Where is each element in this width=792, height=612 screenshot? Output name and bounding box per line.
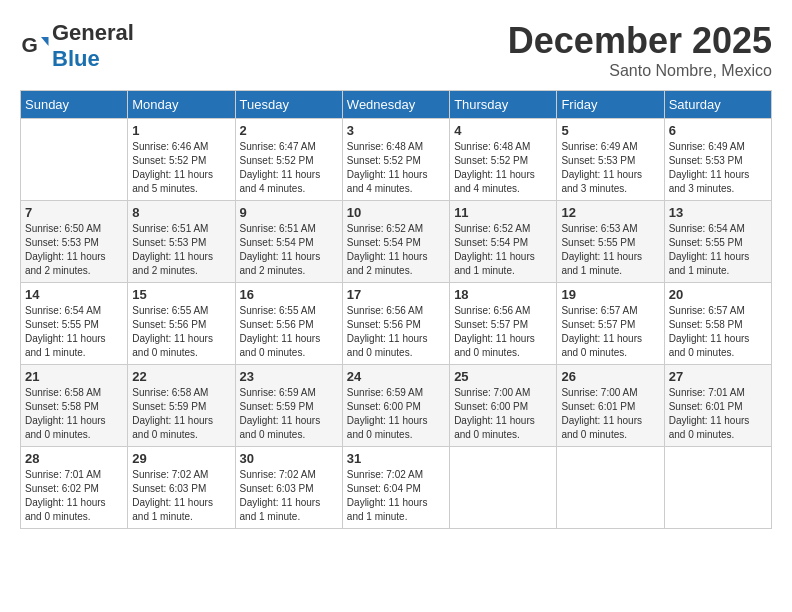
day-number: 15 — [132, 287, 230, 302]
calendar-cell — [450, 447, 557, 529]
weekday-header: Friday — [557, 91, 664, 119]
day-info: Sunrise: 7:00 AM Sunset: 6:01 PM Dayligh… — [561, 386, 659, 442]
calendar-week-row: 21Sunrise: 6:58 AM Sunset: 5:58 PM Dayli… — [21, 365, 772, 447]
calendar-cell — [664, 447, 771, 529]
calendar-week-row: 1Sunrise: 6:46 AM Sunset: 5:52 PM Daylig… — [21, 119, 772, 201]
day-number: 30 — [240, 451, 338, 466]
day-info: Sunrise: 6:52 AM Sunset: 5:54 PM Dayligh… — [347, 222, 445, 278]
day-info: Sunrise: 6:59 AM Sunset: 6:00 PM Dayligh… — [347, 386, 445, 442]
day-number: 25 — [454, 369, 552, 384]
day-info: Sunrise: 6:53 AM Sunset: 5:55 PM Dayligh… — [561, 222, 659, 278]
weekday-header: Thursday — [450, 91, 557, 119]
calendar-cell: 22Sunrise: 6:58 AM Sunset: 5:59 PM Dayli… — [128, 365, 235, 447]
calendar-cell — [557, 447, 664, 529]
day-info: Sunrise: 6:55 AM Sunset: 5:56 PM Dayligh… — [132, 304, 230, 360]
calendar-cell: 6Sunrise: 6:49 AM Sunset: 5:53 PM Daylig… — [664, 119, 771, 201]
calendar-cell: 19Sunrise: 6:57 AM Sunset: 5:57 PM Dayli… — [557, 283, 664, 365]
location: Santo Nombre, Mexico — [508, 62, 772, 80]
calendar-cell: 14Sunrise: 6:54 AM Sunset: 5:55 PM Dayli… — [21, 283, 128, 365]
day-number: 8 — [132, 205, 230, 220]
day-info: Sunrise: 6:59 AM Sunset: 5:59 PM Dayligh… — [240, 386, 338, 442]
weekday-header-row: SundayMondayTuesdayWednesdayThursdayFrid… — [21, 91, 772, 119]
day-info: Sunrise: 7:02 AM Sunset: 6:03 PM Dayligh… — [240, 468, 338, 524]
calendar-cell: 5Sunrise: 6:49 AM Sunset: 5:53 PM Daylig… — [557, 119, 664, 201]
day-number: 31 — [347, 451, 445, 466]
calendar-cell: 12Sunrise: 6:53 AM Sunset: 5:55 PM Dayli… — [557, 201, 664, 283]
calendar-week-row: 7Sunrise: 6:50 AM Sunset: 5:53 PM Daylig… — [21, 201, 772, 283]
weekday-header: Saturday — [664, 91, 771, 119]
calendar-week-row: 28Sunrise: 7:01 AM Sunset: 6:02 PM Dayli… — [21, 447, 772, 529]
logo-general-text: General — [52, 20, 134, 45]
weekday-header: Monday — [128, 91, 235, 119]
day-number: 7 — [25, 205, 123, 220]
day-number: 1 — [132, 123, 230, 138]
weekday-header: Wednesday — [342, 91, 449, 119]
day-info: Sunrise: 6:54 AM Sunset: 5:55 PM Dayligh… — [669, 222, 767, 278]
page-header: G General Blue December 2025 Santo Nombr… — [20, 20, 772, 80]
day-info: Sunrise: 6:49 AM Sunset: 5:53 PM Dayligh… — [561, 140, 659, 196]
calendar-cell: 4Sunrise: 6:48 AM Sunset: 5:52 PM Daylig… — [450, 119, 557, 201]
day-number: 11 — [454, 205, 552, 220]
calendar-cell: 31Sunrise: 7:02 AM Sunset: 6:04 PM Dayli… — [342, 447, 449, 529]
calendar-cell: 27Sunrise: 7:01 AM Sunset: 6:01 PM Dayli… — [664, 365, 771, 447]
weekday-header: Sunday — [21, 91, 128, 119]
day-number: 4 — [454, 123, 552, 138]
svg-marker-1 — [41, 37, 49, 46]
calendar-cell: 16Sunrise: 6:55 AM Sunset: 5:56 PM Dayli… — [235, 283, 342, 365]
weekday-header: Tuesday — [235, 91, 342, 119]
calendar-cell: 7Sunrise: 6:50 AM Sunset: 5:53 PM Daylig… — [21, 201, 128, 283]
day-number: 16 — [240, 287, 338, 302]
calendar-cell: 25Sunrise: 7:00 AM Sunset: 6:00 PM Dayli… — [450, 365, 557, 447]
day-info: Sunrise: 6:50 AM Sunset: 5:53 PM Dayligh… — [25, 222, 123, 278]
day-number: 18 — [454, 287, 552, 302]
day-info: Sunrise: 6:55 AM Sunset: 5:56 PM Dayligh… — [240, 304, 338, 360]
calendar-week-row: 14Sunrise: 6:54 AM Sunset: 5:55 PM Dayli… — [21, 283, 772, 365]
day-info: Sunrise: 6:57 AM Sunset: 5:57 PM Dayligh… — [561, 304, 659, 360]
day-number: 23 — [240, 369, 338, 384]
day-info: Sunrise: 7:02 AM Sunset: 6:04 PM Dayligh… — [347, 468, 445, 524]
calendar-cell: 29Sunrise: 7:02 AM Sunset: 6:03 PM Dayli… — [128, 447, 235, 529]
calendar-cell: 9Sunrise: 6:51 AM Sunset: 5:54 PM Daylig… — [235, 201, 342, 283]
calendar-cell: 26Sunrise: 7:00 AM Sunset: 6:01 PM Dayli… — [557, 365, 664, 447]
day-number: 28 — [25, 451, 123, 466]
calendar-cell: 30Sunrise: 7:02 AM Sunset: 6:03 PM Dayli… — [235, 447, 342, 529]
day-info: Sunrise: 7:02 AM Sunset: 6:03 PM Dayligh… — [132, 468, 230, 524]
logo-icon: G — [20, 31, 50, 61]
day-info: Sunrise: 6:58 AM Sunset: 5:58 PM Dayligh… — [25, 386, 123, 442]
day-info: Sunrise: 6:48 AM Sunset: 5:52 PM Dayligh… — [454, 140, 552, 196]
calendar-cell: 2Sunrise: 6:47 AM Sunset: 5:52 PM Daylig… — [235, 119, 342, 201]
calendar-table: SundayMondayTuesdayWednesdayThursdayFrid… — [20, 90, 772, 529]
day-info: Sunrise: 7:01 AM Sunset: 6:01 PM Dayligh… — [669, 386, 767, 442]
day-number: 13 — [669, 205, 767, 220]
calendar-cell: 18Sunrise: 6:56 AM Sunset: 5:57 PM Dayli… — [450, 283, 557, 365]
day-info: Sunrise: 6:56 AM Sunset: 5:57 PM Dayligh… — [454, 304, 552, 360]
day-info: Sunrise: 7:00 AM Sunset: 6:00 PM Dayligh… — [454, 386, 552, 442]
logo-blue-text: Blue — [52, 46, 100, 71]
calendar-cell: 24Sunrise: 6:59 AM Sunset: 6:00 PM Dayli… — [342, 365, 449, 447]
title-block: December 2025 Santo Nombre, Mexico — [508, 20, 772, 80]
day-number: 9 — [240, 205, 338, 220]
day-info: Sunrise: 6:58 AM Sunset: 5:59 PM Dayligh… — [132, 386, 230, 442]
calendar-cell — [21, 119, 128, 201]
calendar-cell: 13Sunrise: 6:54 AM Sunset: 5:55 PM Dayli… — [664, 201, 771, 283]
calendar-cell: 10Sunrise: 6:52 AM Sunset: 5:54 PM Dayli… — [342, 201, 449, 283]
day-info: Sunrise: 6:57 AM Sunset: 5:58 PM Dayligh… — [669, 304, 767, 360]
calendar-cell: 1Sunrise: 6:46 AM Sunset: 5:52 PM Daylig… — [128, 119, 235, 201]
calendar-cell: 15Sunrise: 6:55 AM Sunset: 5:56 PM Dayli… — [128, 283, 235, 365]
day-number: 29 — [132, 451, 230, 466]
calendar-cell: 21Sunrise: 6:58 AM Sunset: 5:58 PM Dayli… — [21, 365, 128, 447]
day-number: 26 — [561, 369, 659, 384]
day-info: Sunrise: 6:49 AM Sunset: 5:53 PM Dayligh… — [669, 140, 767, 196]
calendar-cell: 11Sunrise: 6:52 AM Sunset: 5:54 PM Dayli… — [450, 201, 557, 283]
day-number: 17 — [347, 287, 445, 302]
day-info: Sunrise: 6:47 AM Sunset: 5:52 PM Dayligh… — [240, 140, 338, 196]
logo: G General Blue — [20, 20, 134, 72]
day-number: 10 — [347, 205, 445, 220]
day-number: 3 — [347, 123, 445, 138]
day-number: 24 — [347, 369, 445, 384]
day-number: 5 — [561, 123, 659, 138]
calendar-cell: 17Sunrise: 6:56 AM Sunset: 5:56 PM Dayli… — [342, 283, 449, 365]
month-title: December 2025 — [508, 20, 772, 62]
day-info: Sunrise: 6:54 AM Sunset: 5:55 PM Dayligh… — [25, 304, 123, 360]
day-number: 19 — [561, 287, 659, 302]
